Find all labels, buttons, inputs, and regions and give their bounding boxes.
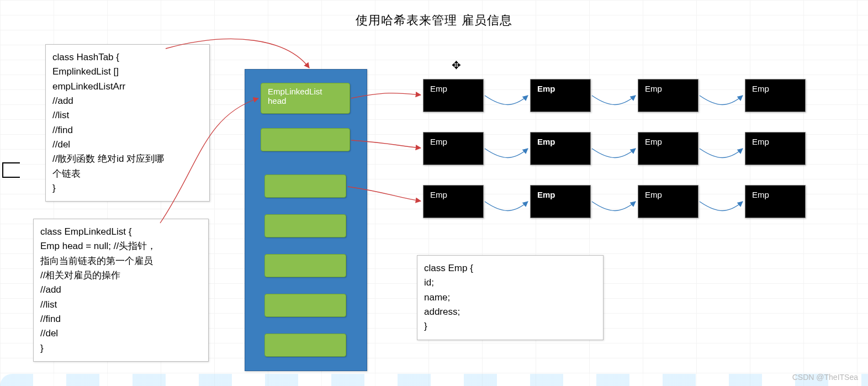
emp-node: Emp xyxy=(638,79,698,112)
code-line: //find xyxy=(40,312,200,326)
code-line: Emp head = null; //头指针， xyxy=(40,239,200,253)
emplinkedlist-class-box: class EmpLinkedList { Emp head = null; /… xyxy=(33,219,209,362)
code-line: 个链表 xyxy=(52,167,202,181)
bucket-0-head: EmpLinkedList head xyxy=(261,83,350,114)
hashtab-class-box: class HashTab { EmplinkedList [] empLink… xyxy=(45,44,210,202)
watermark-text: CSDN @TheITSea xyxy=(792,373,858,382)
bucket-4 xyxy=(264,254,346,277)
code-line: } xyxy=(424,319,595,334)
code-line: class HashTab { xyxy=(52,50,202,65)
emp-node: Emp xyxy=(530,79,591,112)
code-line: //相关对雇员的操作 xyxy=(40,268,200,283)
code-line: name; xyxy=(424,290,595,305)
code-line: empLinkedListArr xyxy=(52,80,202,94)
bucket-label-line1: EmpLinkedList xyxy=(268,87,343,96)
bottom-wave-decoration xyxy=(0,374,868,386)
code-line: id; xyxy=(424,276,595,290)
emp-node: Emp xyxy=(423,185,484,218)
diagram-title: 使用哈希表来管理 雇员信息 xyxy=(0,12,868,29)
code-line: class Emp { xyxy=(424,261,595,276)
code-line: } xyxy=(40,341,200,356)
emp-node: Emp xyxy=(423,79,484,112)
code-line: 指向当前链表的第一个雇员 xyxy=(40,254,200,268)
move-cursor-icon: ✥ xyxy=(452,59,461,72)
code-line: } xyxy=(52,181,202,195)
bucket-3 xyxy=(264,214,346,237)
emp-node: Emp xyxy=(745,79,806,112)
code-line: EmplinkedList [] xyxy=(52,65,202,79)
code-line: address; xyxy=(424,305,595,319)
edge-selection-box xyxy=(2,162,20,178)
bucket-2 xyxy=(264,175,346,198)
bucket-5 xyxy=(264,294,346,317)
emp-class-box: class Emp { id; name; address; } xyxy=(417,255,604,340)
code-line: //list xyxy=(52,108,202,123)
emp-node: Emp xyxy=(745,185,806,218)
code-line: //del xyxy=(40,326,200,341)
code-line: //list xyxy=(40,298,200,312)
code-line: //del xyxy=(52,138,202,152)
emp-node: Emp xyxy=(423,132,484,165)
bucket-1 xyxy=(261,128,350,151)
emp-node: Emp xyxy=(638,132,698,165)
code-line: //add xyxy=(40,283,200,297)
emp-node: Emp xyxy=(745,132,806,165)
code-line: //add xyxy=(52,94,202,108)
code-line: //find xyxy=(52,123,202,138)
bucket-6 xyxy=(264,334,346,357)
emp-node: Emp xyxy=(530,132,591,165)
emp-node: Emp xyxy=(530,185,591,218)
bucket-label-line2: head xyxy=(268,96,343,105)
emp-node: Emp xyxy=(638,185,698,218)
code-line: class EmpLinkedList { xyxy=(40,225,200,239)
code-line: //散列函数 绝对id 对应到哪 xyxy=(52,152,202,166)
